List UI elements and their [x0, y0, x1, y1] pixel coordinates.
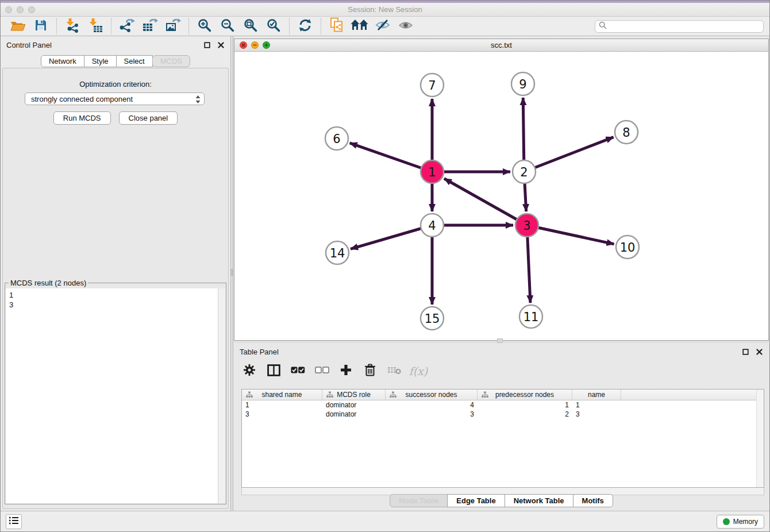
table-cell[interactable]: dominator — [322, 410, 386, 418]
status-bar: Memory — [1, 511, 769, 531]
export-network-icon — [119, 18, 135, 34]
toolbar-separator — [56, 18, 57, 34]
memory-label: Memory — [733, 518, 758, 526]
export-network-button[interactable] — [117, 18, 137, 35]
function-builder-button[interactable]: f(x) — [409, 361, 428, 381]
network-window-titlebar[interactable]: scc.txt — [234, 39, 768, 52]
function-icon: f(x) — [409, 365, 428, 377]
table-cell[interactable]: 4 — [386, 401, 478, 409]
main-toolbar — [1, 17, 769, 36]
column-header-name[interactable]: name — [572, 390, 621, 400]
graph-edge-3-10[interactable] — [527, 225, 614, 244]
close-traffic-light[interactable] — [5, 6, 12, 13]
zoom-selected-button[interactable] — [264, 18, 283, 35]
table-cell[interactable]: 1 — [242, 401, 322, 409]
column-header-successor-nodes[interactable]: successor nodes — [386, 390, 478, 400]
table-vertical-scrollbar[interactable] — [756, 390, 764, 487]
import-table-button[interactable] — [86, 18, 105, 35]
zoom-fit-button[interactable] — [241, 18, 260, 35]
home-fit-button[interactable] — [350, 18, 369, 35]
graph-edge-2-8[interactable] — [524, 137, 614, 172]
import-network-button[interactable] — [63, 18, 82, 35]
graph-edge-4-14[interactable] — [351, 225, 432, 249]
mcds-result-item: 3 — [9, 300, 214, 310]
graph-node-label: 10 — [620, 241, 636, 255]
memory-button[interactable]: Memory — [717, 515, 764, 529]
maximize-window-icon[interactable] — [263, 41, 270, 49]
show-all-button[interactable] — [396, 18, 415, 35]
graph-edge-3-1[interactable] — [444, 179, 527, 225]
optimization-criterion-select[interactable]: strongly connected component — [25, 92, 205, 105]
tab-node-table[interactable]: Node Table — [390, 494, 448, 507]
deselect-all-columns-button[interactable] — [312, 361, 332, 381]
application-window: Session: New Session — [0, 0, 770, 532]
column-header-mcds-role[interactable]: MCDS role — [322, 390, 386, 400]
close-window-icon[interactable] — [240, 41, 247, 49]
splitter-grip[interactable] — [231, 269, 233, 276]
copy-view-button[interactable] — [327, 18, 346, 35]
task-history-button[interactable] — [6, 514, 22, 529]
tab-select[interactable]: Select — [116, 55, 153, 67]
close-panel-icon[interactable] — [755, 348, 763, 356]
export-table-button[interactable] — [140, 18, 160, 35]
list-icon — [9, 516, 19, 527]
select-stepper-icon — [195, 95, 201, 106]
float-panel-icon[interactable] — [203, 41, 211, 49]
refresh-icon — [298, 18, 312, 34]
table-row[interactable]: 3dominator323 — [242, 410, 764, 419]
zoom-traffic-light[interactable] — [28, 6, 35, 13]
columns-icon — [267, 364, 280, 379]
table-cell[interactable]: 1 — [572, 401, 621, 409]
network-view-window: scc.txt 7968124314101511 — [234, 38, 769, 341]
save-session-button[interactable] — [31, 18, 51, 35]
main-area: Control Panel NetworkStyleSelectMCDS Opt… — [1, 36, 769, 511]
close-panel-button[interactable]: Close panel — [119, 111, 178, 125]
tab-style[interactable]: Style — [84, 55, 117, 67]
column-header-predecessor-nodes[interactable]: predecessor nodes — [478, 390, 572, 400]
tab-network-table[interactable]: Network Table — [505, 494, 573, 507]
refresh-view-button[interactable] — [295, 18, 315, 35]
table-row[interactable]: 1dominator411 — [242, 400, 764, 410]
zoom-in-icon — [198, 18, 211, 34]
tab-mcds[interactable]: MCDS — [152, 55, 190, 67]
export-table-icon — [142, 18, 158, 34]
open-session-button[interactable] — [8, 18, 28, 35]
close-panel-icon[interactable] — [217, 41, 225, 49]
table-toolbar: f(x) — [240, 359, 763, 383]
open-folder-icon — [10, 19, 26, 34]
table-cell[interactable]: 3 — [386, 410, 478, 418]
float-panel-icon[interactable] — [741, 348, 749, 356]
graph-edge-1-6[interactable] — [350, 143, 432, 172]
table-cell[interactable]: 3 — [572, 410, 621, 418]
delete-table-button[interactable] — [384, 361, 404, 381]
zoom-in-button[interactable] — [195, 18, 214, 35]
table-cell[interactable]: 1 — [478, 401, 572, 409]
run-mcds-button[interactable]: Run MCDS — [53, 111, 111, 125]
mcds-result-scrollbar[interactable] — [218, 288, 225, 503]
search-input[interactable] — [609, 22, 760, 30]
minimize-traffic-light[interactable] — [17, 6, 24, 13]
copy-document-icon — [330, 17, 344, 35]
export-image-button[interactable] — [163, 18, 183, 35]
show-columns-button[interactable] — [264, 361, 283, 381]
select-all-columns-button[interactable] — [288, 361, 307, 381]
trash-icon — [364, 364, 376, 379]
tab-edge-table[interactable]: Edge Table — [447, 494, 505, 507]
network-canvas[interactable]: 7968124314101511 — [234, 52, 768, 340]
column-header-shared-name[interactable]: shared name — [242, 390, 322, 400]
graph-node-label: 1 — [428, 165, 436, 179]
table-options-button[interactable] — [240, 361, 259, 381]
tab-network[interactable]: Network — [41, 55, 84, 67]
control-panel-title: Control Panel — [6, 41, 52, 49]
table-cell[interactable]: 3 — [242, 410, 322, 418]
minimize-window-icon[interactable] — [251, 41, 259, 49]
splitter-grip[interactable] — [497, 338, 503, 343]
hide-selected-button[interactable] — [373, 18, 392, 35]
zoom-out-button[interactable] — [218, 18, 237, 35]
create-column-button[interactable] — [336, 361, 356, 381]
tab-motifs[interactable]: Motifs — [573, 494, 613, 507]
delete-columns-button[interactable] — [360, 361, 380, 381]
table-panel-header: Table Panel — [234, 343, 769, 360]
table-cell[interactable]: 2 — [478, 410, 572, 418]
table-cell[interactable]: dominator — [322, 401, 386, 409]
